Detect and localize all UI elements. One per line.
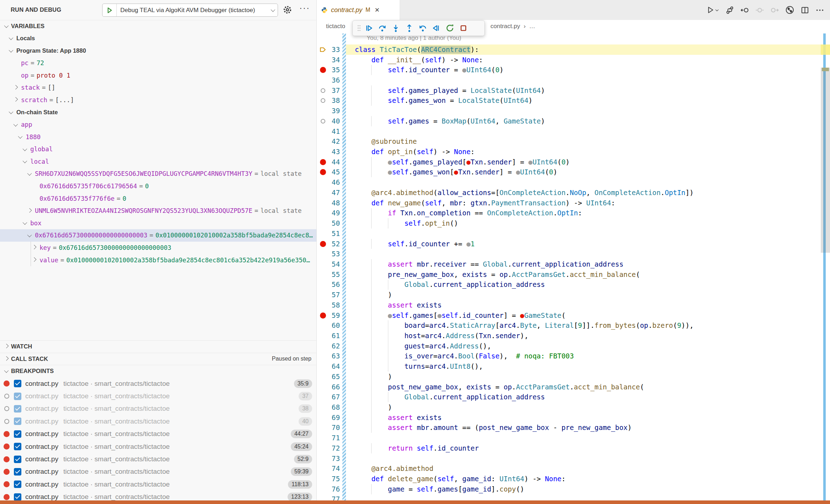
- code-line-50[interactable]: 50self.opt_in(): [317, 218, 830, 229]
- line-content[interactable]: class TicTacToe(ARC4Contract):: [346, 44, 830, 55]
- variable-row[interactable]: scratch=[...]: [0, 94, 316, 106]
- line-content[interactable]: assert exists: [346, 413, 830, 423]
- split-editor-icon[interactable]: [800, 6, 809, 15]
- code-line-75[interactable]: 75def delete_game(self, game_id: UInt64)…: [317, 474, 830, 484]
- breakpoint-checkbox[interactable]: [14, 380, 21, 387]
- breakpoint-row[interactable]: contract.pytictactoe · smart_contracts/t…: [0, 390, 316, 402]
- code-line-62[interactable]: 62guest=arc4.Address(),: [317, 341, 830, 351]
- variable-row[interactable]: SRH6D7XU2N6WQQ5SSYDQFG5ESO6JWEQIDPGLUGYC…: [0, 168, 316, 180]
- line-content[interactable]: self.id_counter += ●1: [346, 239, 830, 249]
- breakpoint-checkbox[interactable]: [14, 430, 21, 438]
- breakpoint-icon[interactable]: [317, 67, 329, 73]
- variable-row[interactable]: local: [0, 156, 316, 168]
- breakpoint-unverified-icon[interactable]: [317, 119, 329, 124]
- line-content[interactable]: Global.current_application_address: [346, 392, 830, 402]
- variable-row[interactable]: box: [0, 217, 316, 230]
- current-step-icon[interactable]: [317, 46, 329, 53]
- breakpoint-row[interactable]: contract.pytictactoe · smart_contracts/t…: [0, 403, 316, 415]
- line-content[interactable]: ●self.games_won[●Txn.sender] = ●UInt64(0…: [346, 167, 830, 178]
- chevron-right-icon[interactable]: [14, 98, 21, 101]
- step-over-button[interactable]: [375, 22, 389, 34]
- chevron-down-icon[interactable]: [27, 172, 35, 175]
- previous-change-icon[interactable]: [740, 6, 749, 15]
- next-change-icon[interactable]: [770, 6, 779, 15]
- line-content[interactable]: [346, 249, 830, 259]
- line-content[interactable]: host=arc4.Address(Txn.sender),: [346, 331, 830, 341]
- chevron-right-icon[interactable]: [32, 246, 40, 249]
- variable-row[interactable]: pc=72: [0, 57, 316, 69]
- line-content[interactable]: ): [346, 402, 830, 413]
- chevron-down-icon[interactable]: [9, 37, 16, 40]
- code-line-34[interactable]: 34def __init__(self) -> None:: [317, 55, 830, 65]
- line-content[interactable]: @subroutine: [346, 136, 830, 147]
- line-content[interactable]: ●self.games_played[●Txn.sender] = ●UInt6…: [346, 157, 830, 167]
- restart-button[interactable]: [443, 22, 457, 34]
- chevron-down-icon[interactable]: [14, 123, 21, 126]
- breakpoint-checkbox[interactable]: [14, 468, 21, 476]
- breakpoint-checkbox[interactable]: [14, 493, 21, 500]
- variable-row[interactable]: On-chain State: [0, 106, 316, 119]
- code-line-46[interactable]: 46: [317, 177, 830, 188]
- callstack-section-header[interactable]: CALL STACK Paused on step: [0, 353, 316, 365]
- line-content[interactable]: def __init__(self) -> None:: [346, 55, 830, 65]
- stop-button[interactable]: [457, 22, 470, 34]
- line-content[interactable]: assert mbr.amount == (post_new_game_box …: [346, 423, 830, 433]
- code-line-49[interactable]: 49if Txn.on_completion == OnCompleteActi…: [317, 208, 830, 219]
- code-line-45[interactable]: 45●self.games_won[●Txn.sender] = ●UInt64…: [317, 167, 830, 178]
- line-content[interactable]: is_over=arc4.Bool(False), # noqa: FBT003: [346, 351, 830, 362]
- line-content[interactable]: ): [346, 290, 830, 300]
- tab-contract-py[interactable]: contract.py M ✕: [317, 0, 400, 20]
- step-into-button[interactable]: [389, 22, 403, 34]
- code-line-60[interactable]: 60board=arc4.StaticArray[arc4.Byte, Lite…: [317, 320, 830, 331]
- breakpoint-row[interactable]: contract.pytictactoe · smart_contracts/t…: [0, 428, 316, 440]
- variable-row[interactable]: 0x67616d6573000000000000000003=0x0100000…: [0, 229, 316, 242]
- chevron-down-icon[interactable]: [23, 148, 30, 151]
- chevron-down-icon[interactable]: [9, 49, 16, 52]
- reverse-continue-button[interactable]: [430, 22, 443, 34]
- run-python-file-button[interactable]: [706, 6, 719, 14]
- variable-row[interactable]: op=proto 0 1: [0, 69, 316, 82]
- code-line-39[interactable]: 39: [317, 106, 830, 116]
- breakpoint-icon[interactable]: [317, 241, 329, 247]
- chevron-down-icon[interactable]: [18, 135, 26, 138]
- close-icon[interactable]: ✕: [374, 6, 379, 14]
- code-line-58[interactable]: 58assert exists: [317, 300, 830, 310]
- breadcrumb-folder[interactable]: tictacto: [326, 23, 345, 30]
- code-line-64[interactable]: 64turns=arc4.UInt8(),: [317, 361, 830, 372]
- code-line-73[interactable]: 73: [317, 453, 830, 464]
- code-line-66[interactable]: 66post_new_game_box, exists = op.AcctPar…: [317, 382, 830, 392]
- continue-button[interactable]: [362, 22, 375, 34]
- line-content[interactable]: if Txn.on_completion == OnCompleteAction…: [346, 208, 830, 219]
- code-line-69[interactable]: 69assert exists: [317, 413, 830, 423]
- code-line-70[interactable]: 70assert mbr.amount == (post_new_game_bo…: [317, 423, 830, 433]
- code-line-77[interactable]: 77: [317, 494, 830, 500]
- breakpoint-icon[interactable]: [317, 169, 329, 175]
- breakpoint-row[interactable]: contract.pytictactoe · smart_contracts/t…: [0, 466, 316, 478]
- line-content[interactable]: ●self.games[●self.id_counter] = ●GameSta…: [346, 310, 830, 321]
- commit-graph-icon[interactable]: [785, 5, 794, 15]
- line-content[interactable]: post_new_game_box, exists = op.AcctParam…: [346, 382, 830, 392]
- line-content[interactable]: guest=arc4.Address(),: [346, 341, 830, 351]
- code-line-56[interactable]: 56Global.current_application_address: [317, 280, 830, 290]
- line-content[interactable]: ): [346, 372, 830, 382]
- chevron-right-icon[interactable]: [27, 209, 35, 212]
- variable-row[interactable]: app: [0, 119, 316, 131]
- breadcrumb-symbol[interactable]: …: [529, 23, 535, 30]
- code-line-63[interactable]: 63is_over=arc4.Bool(False), # noqa: FBT0…: [317, 351, 830, 362]
- code-line-40[interactable]: 40self.games = BoxMap(UInt64, GameState): [317, 116, 830, 126]
- line-content[interactable]: def new_game(self, mbr: gtxn.PaymentTran…: [346, 198, 830, 208]
- code-line-51[interactable]: 51: [317, 229, 830, 239]
- line-content[interactable]: board=arc4.StaticArray[arc4.Byte, Litera…: [346, 320, 830, 331]
- breakpoint-icon[interactable]: [317, 313, 329, 319]
- step-out-button[interactable]: [403, 22, 416, 34]
- line-content[interactable]: [346, 106, 830, 116]
- breakpoint-checkbox[interactable]: [14, 443, 21, 450]
- line-content[interactable]: assert mbr.receiver == Global.current_ap…: [346, 259, 830, 269]
- code-line-35[interactable]: 35self.id_counter = ●UInt64(0): [317, 65, 830, 75]
- code-line-55[interactable]: 55pre_new_game_box, exists = op.AcctPara…: [317, 269, 830, 280]
- line-content[interactable]: self.games_won = LocalState(UInt64): [346, 96, 830, 106]
- variable-row[interactable]: key=0x67616d6573000000000000000003: [0, 242, 316, 254]
- line-content[interactable]: [346, 126, 830, 137]
- code-line-61[interactable]: 61host=arc4.Address(Txn.sender),: [317, 331, 830, 341]
- chevron-down-icon[interactable]: [23, 160, 30, 163]
